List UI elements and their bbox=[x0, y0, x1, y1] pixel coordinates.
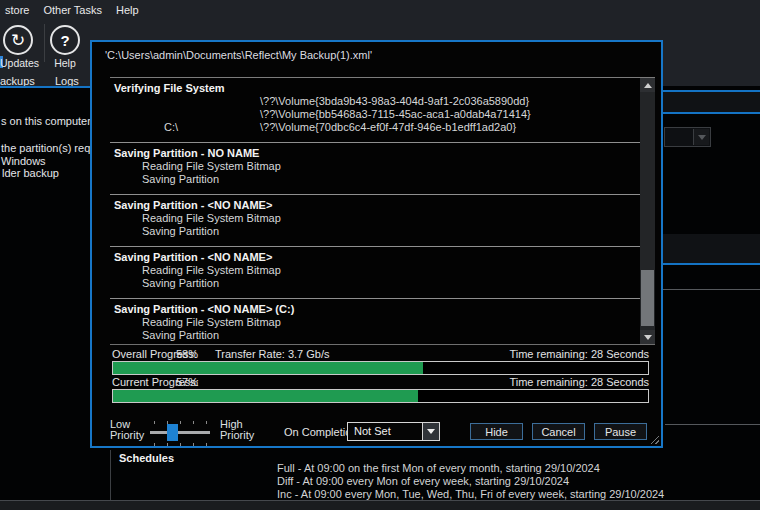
log-line: Reading File System Bitmap bbox=[110, 316, 640, 329]
menu-item-restore[interactable]: store bbox=[3, 4, 31, 16]
log-section-heading: Saving Partition - <NO NAME> bbox=[110, 199, 640, 212]
priority-slider-handle[interactable] bbox=[167, 424, 178, 441]
app-window: store Other Tasks Help ↻ Updates ? Help … bbox=[0, 0, 760, 510]
overall-time-remaining: Time remaining: 28 Seconds bbox=[509, 348, 649, 360]
log-section: Saving Partition - <NO NAME> (C:)Reading… bbox=[110, 298, 640, 345]
on-completion-dropdown[interactable]: Not Set bbox=[347, 422, 440, 441]
slider-tick bbox=[154, 443, 155, 446]
status-bar bbox=[0, 501, 760, 510]
log-section: Saving Partition - <NO NAME>Reading File… bbox=[110, 246, 640, 298]
slider-tick bbox=[206, 443, 207, 446]
chevron-down-icon bbox=[693, 129, 709, 145]
active-tab-underline bbox=[0, 86, 91, 88]
log-section-heading: Verifying File System bbox=[110, 82, 640, 95]
current-progress-fill bbox=[113, 390, 418, 402]
triangle-up-icon bbox=[644, 83, 652, 88]
transfer-rate: Transfer Rate: 3.7 Gb/s bbox=[215, 348, 330, 360]
log-list: Verifying File System\??\Volume{3bda9b43… bbox=[110, 78, 640, 345]
updates-button[interactable]: ↻ bbox=[3, 25, 33, 55]
log-volume-guid: \??\Volume{3bda9b43-98a3-404d-9af1-2c036… bbox=[260, 95, 529, 107]
refresh-arrows-icon: ↻ bbox=[11, 30, 25, 51]
log-line: Saving Partition bbox=[110, 329, 640, 342]
updates-label: Updates bbox=[0, 57, 36, 69]
schedules-heading: Schedules bbox=[119, 452, 174, 464]
log-line: C:\\??\Volume{70dbc6c4-ef0f-47df-946e-b1… bbox=[110, 121, 640, 134]
triangle-down-icon bbox=[644, 335, 652, 340]
help-button[interactable]: ? bbox=[50, 25, 80, 55]
chevron-down-icon bbox=[422, 423, 439, 440]
log-line: Saving Partition bbox=[110, 173, 640, 186]
log-scrollbar[interactable] bbox=[640, 78, 655, 344]
right-panel-divider bbox=[663, 289, 760, 290]
slider-tick bbox=[180, 421, 181, 424]
low-priority-label: LowPriority bbox=[110, 419, 144, 441]
log-section-heading: Saving Partition - NO NAME bbox=[110, 147, 640, 160]
right-panel-divider bbox=[665, 424, 760, 425]
pause-button[interactable]: Pause bbox=[594, 423, 647, 440]
slider-ticks-top bbox=[150, 421, 210, 424]
schedules-divider bbox=[110, 450, 111, 500]
menubar: store Other Tasks Help bbox=[3, 0, 141, 20]
slider-tick bbox=[154, 421, 155, 424]
log-line: Reading File System Bitmap bbox=[110, 212, 640, 225]
slider-tick bbox=[180, 443, 181, 446]
on-completion-value: Not Set bbox=[354, 425, 391, 437]
scrollbar-thumb[interactable] bbox=[641, 270, 654, 326]
log-section: Saving Partition - NO NAMEReading File S… bbox=[110, 142, 640, 194]
schedule-item: Diff - At 09:00 every Mon of every week,… bbox=[277, 475, 664, 488]
schedules-list: Full - At 09:00 on the first Mon of ever… bbox=[277, 462, 664, 501]
log-line: \??\Volume{3bda9b43-98a3-404d-9af1-2c036… bbox=[110, 95, 640, 108]
cancel-button[interactable]: Cancel bbox=[532, 423, 585, 440]
hide-button[interactable]: Hide bbox=[470, 423, 523, 440]
question-mark-icon: ? bbox=[60, 32, 69, 49]
priority-slider[interactable] bbox=[150, 431, 210, 434]
log-section-heading: Saving Partition - <NO NAME> bbox=[110, 251, 640, 264]
help-label: Help bbox=[50, 57, 80, 69]
slider-tick bbox=[193, 421, 194, 424]
slider-tick bbox=[193, 443, 194, 446]
slider-tick bbox=[167, 443, 168, 446]
log-line: Saving Partition bbox=[110, 225, 640, 238]
schedule-item: Full - At 09:00 on the first Mon of ever… bbox=[277, 462, 664, 475]
progress-log[interactable]: Verifying File System\??\Volume{3bda9b43… bbox=[110, 77, 655, 345]
current-progress-bar bbox=[112, 389, 649, 403]
toolbar-divider bbox=[44, 24, 45, 62]
log-volume-guid: \??\Volume{bb5468a3-7115-45ac-aca1-a0dab… bbox=[260, 108, 531, 120]
overall-progress-bar bbox=[112, 361, 649, 375]
right-panel-accent-line bbox=[663, 263, 760, 265]
sidebar-link-windows[interactable]: Windows bbox=[1, 155, 46, 167]
menu-item-help[interactable]: Help bbox=[114, 4, 141, 16]
slider-ticks-bottom bbox=[150, 443, 210, 446]
resize-grip[interactable] bbox=[648, 433, 659, 444]
scroll-up-button[interactable] bbox=[640, 78, 655, 92]
backup-progress-dialog: 'C:\Users\admin\Documents\Reflect\My Bac… bbox=[90, 40, 663, 448]
right-panel-row bbox=[663, 234, 760, 263]
right-panel-accent-line bbox=[663, 112, 760, 114]
high-priority-label: HighPriority bbox=[220, 419, 254, 441]
overall-progress-percent: 58% bbox=[176, 348, 198, 360]
log-section: Verifying File System\??\Volume{3bda9b43… bbox=[110, 78, 640, 142]
backup-definition-path: 'C:\Users\admin\Documents\Reflect\My Bac… bbox=[105, 49, 372, 61]
right-panel-bar bbox=[663, 92, 760, 112]
log-line: Reading File System Bitmap bbox=[110, 160, 640, 173]
log-line: Saving Partition bbox=[110, 277, 640, 290]
sidebar-link-folder-backup[interactable]: lder backup bbox=[2, 167, 59, 179]
current-progress-percent: 57% bbox=[176, 376, 198, 388]
log-line: \??\Volume{bb5468a3-7115-45ac-aca1-a0dab… bbox=[110, 108, 640, 121]
slider-tick bbox=[206, 421, 207, 424]
log-volume-guid: \??\Volume{70dbc6c4-ef0f-47df-946e-b1edf… bbox=[260, 121, 516, 133]
log-section: Saving Partition - <NO NAME>Reading File… bbox=[110, 194, 640, 246]
sidebar-link-image-disks[interactable]: s on this computer bbox=[1, 115, 91, 127]
overall-progress-fill bbox=[113, 362, 423, 374]
current-time-remaining: Time remaining: 28 Seconds bbox=[509, 376, 649, 388]
menu-item-other-tasks[interactable]: Other Tasks bbox=[41, 4, 104, 16]
background-dropdown[interactable] bbox=[664, 127, 711, 147]
log-section-heading: Saving Partition - <NO NAME> (C:) bbox=[110, 303, 640, 316]
log-line: Reading File System Bitmap bbox=[110, 264, 640, 277]
scroll-down-button[interactable] bbox=[640, 330, 655, 344]
log-drive-label: C:\ bbox=[164, 121, 178, 134]
